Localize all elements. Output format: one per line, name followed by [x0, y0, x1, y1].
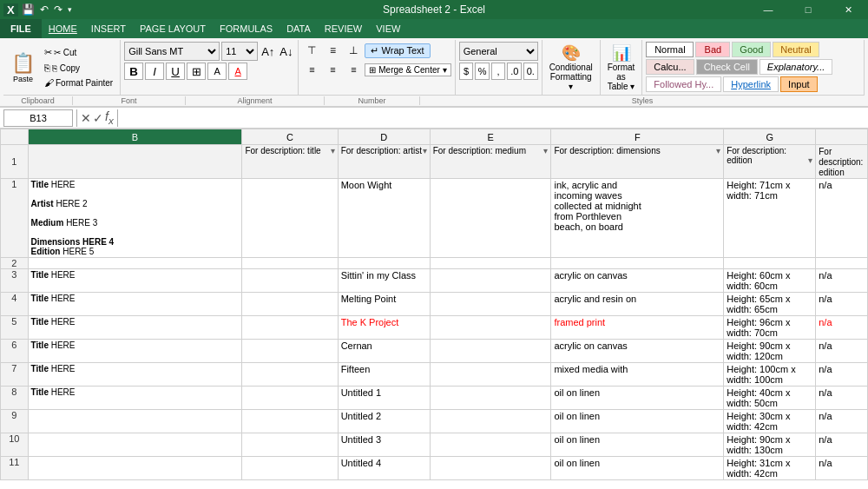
cell-2-f[interactable]: [551, 258, 724, 269]
cell-3-c[interactable]: [242, 269, 338, 293]
cell-8-e[interactable]: [430, 387, 551, 410]
currency-btn[interactable]: $: [459, 63, 474, 80]
wrap-text-button[interactable]: ↵ Wrap Text: [365, 43, 430, 58]
cell-4-e[interactable]: [430, 293, 551, 316]
cell-9-g[interactable]: Height: 30cm x width: 42cm: [724, 410, 816, 433]
menu-formulas[interactable]: FORMULAS: [213, 19, 279, 38]
menu-review[interactable]: REVIEW: [318, 19, 369, 38]
copy-button[interactable]: ⎘ ⎘ Copy: [41, 61, 116, 75]
menu-view[interactable]: VIEW: [369, 19, 407, 38]
cell-11-b[interactable]: [28, 457, 242, 480]
style-hyperlink[interactable]: Hyperlink: [723, 76, 779, 92]
cell-1-f[interactable]: ink, acrylic and incoming waves collecte…: [551, 179, 724, 258]
format-painter-button[interactable]: 🖌 Format Painter: [41, 76, 116, 89]
edition-cell[interactable]: n/a: [816, 433, 868, 457]
fill-color-btn[interactable]: A: [207, 63, 227, 80]
name-box[interactable]: [3, 109, 73, 127]
cell-4-f[interactable]: acrylic and resin on: [551, 293, 724, 316]
cell-7-e[interactable]: [430, 363, 551, 387]
style-followed-hy[interactable]: Followed Hy...: [646, 76, 721, 92]
cell-5-c[interactable]: [242, 316, 338, 340]
cut-button[interactable]: ✂ ✂ Cut: [41, 45, 116, 60]
col-header-d[interactable]: D: [338, 129, 430, 145]
cell-8-b[interactable]: Title HERE: [28, 387, 242, 410]
cell-f-header[interactable]: For description: dimensions ▾: [551, 145, 724, 179]
col-header-f[interactable]: F: [551, 129, 724, 145]
col-header-c[interactable]: C: [242, 129, 338, 145]
cell-6-f[interactable]: acrylic on canvas: [551, 340, 724, 363]
merge-center-button[interactable]: ⊞ Merge & Center ▾: [365, 63, 450, 76]
bold-button[interactable]: B: [124, 63, 143, 80]
cell-12-g[interactable]: Height: 50cm x width: 40cm: [724, 480, 816, 481]
format-as-table-btn[interactable]: 📊 Format as Table ▾: [606, 42, 637, 93]
edition-cell[interactable]: n/a: [816, 340, 868, 363]
decrease-decimal-btn[interactable]: 0.: [523, 63, 538, 80]
cell-1-b[interactable]: Title HERE Artist HERE 2 Medium HERE 3 D…: [28, 179, 242, 258]
cell-7-c[interactable]: [242, 363, 338, 387]
align-left-btn[interactable]: ≡: [302, 61, 321, 78]
cell-2-d[interactable]: [338, 258, 430, 269]
menu-home[interactable]: HOME: [42, 19, 84, 38]
cell-g-header[interactable]: For description: edition ▾: [724, 145, 816, 179]
style-neutral[interactable]: Neutral: [773, 42, 819, 57]
cell-5-e[interactable]: [430, 316, 551, 340]
font-name-select[interactable]: Gill Sans MT: [124, 42, 220, 61]
col-header-e[interactable]: E: [430, 129, 551, 145]
cell-3-g[interactable]: Height: 60cm x width: 60cm: [724, 269, 816, 293]
cell-6-g[interactable]: Height: 90cm x width: 120cm: [724, 340, 816, 363]
edition-cell[interactable]: 1 / 10: [816, 480, 868, 481]
cell-11-e[interactable]: [430, 457, 551, 480]
cell-9-d[interactable]: Untitled 2: [338, 410, 430, 433]
cell-8-c[interactable]: [242, 387, 338, 410]
cell-3-e[interactable]: [430, 269, 551, 293]
cell-6-c[interactable]: [242, 340, 338, 363]
cell-4-g[interactable]: Height: 65cm x width: 65cm: [724, 293, 816, 316]
edition-cell[interactable]: n/a: [816, 293, 868, 316]
edition-cell[interactable]: n/a: [816, 269, 868, 293]
cell-2-e[interactable]: [430, 258, 551, 269]
quick-access-redo[interactable]: ↷: [52, 3, 64, 16]
cell-7-d[interactable]: Fifteen: [338, 363, 430, 387]
cell-8-f[interactable]: oil on linen: [551, 387, 724, 410]
align-center-btn[interactable]: ≡: [323, 61, 342, 78]
align-middle-btn[interactable]: ≡: [323, 42, 342, 59]
style-normal[interactable]: Normal: [646, 42, 694, 57]
quick-access-save[interactable]: 💾: [20, 3, 36, 16]
cell-4-c[interactable]: [242, 293, 338, 316]
maximize-btn[interactable]: □: [788, 0, 828, 19]
col-header-b[interactable]: B: [28, 129, 242, 145]
cell-12-c[interactable]: [242, 480, 338, 481]
cell-2-b[interactable]: [28, 258, 242, 269]
cell-10-b[interactable]: [28, 433, 242, 457]
cell-9-b[interactable]: [28, 410, 242, 433]
cell-11-g[interactable]: Height: 31cm x width: 42cm: [724, 457, 816, 480]
cell-1-g[interactable]: Height: 71cm x width: 71cm: [724, 179, 816, 258]
cell-9-c[interactable]: [242, 410, 338, 433]
cell-12-f[interactable]: silver gelatin print: [551, 480, 724, 481]
cell-12-e[interactable]: [430, 480, 551, 481]
cell-6-b[interactable]: Title HERE: [28, 340, 242, 363]
cell-1-e[interactable]: [430, 179, 551, 258]
cell-2-c[interactable]: [242, 258, 338, 269]
increase-decimal-btn[interactable]: .0: [507, 63, 522, 80]
style-calc[interactable]: Calcu...: [646, 59, 694, 75]
cell-7-f[interactable]: mixed media with: [551, 363, 724, 387]
percent-btn[interactable]: %: [475, 63, 490, 80]
style-good[interactable]: Good: [732, 42, 771, 57]
cancel-formula-icon[interactable]: ✕: [81, 111, 91, 125]
style-check-cell[interactable]: Check Cell: [696, 59, 758, 75]
edition-cell[interactable]: n/a: [816, 363, 868, 387]
quick-access-dropdown[interactable]: ▾: [66, 5, 74, 14]
cell-5-d[interactable]: The K Project: [338, 316, 430, 340]
cell-10-g[interactable]: Height: 90cm x width: 130cm: [724, 433, 816, 457]
menu-file[interactable]: FILE: [0, 19, 42, 38]
font-border-btn[interactable]: ⊞: [187, 63, 206, 80]
cell-3-f[interactable]: acrylic on canvas: [551, 269, 724, 293]
style-explanatory[interactable]: Explanatory...: [760, 59, 832, 75]
italic-button[interactable]: I: [145, 63, 164, 80]
cell-10-d[interactable]: Untitled 3: [338, 433, 430, 457]
cell-1-c[interactable]: [242, 179, 338, 258]
insert-function-icon[interactable]: fx: [105, 109, 114, 126]
confirm-formula-icon[interactable]: ✓: [93, 111, 103, 125]
edition-cell[interactable]: n/a: [816, 410, 868, 433]
